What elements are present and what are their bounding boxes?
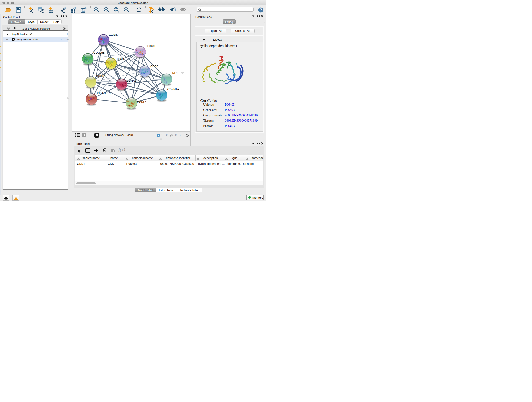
svg-text:CCNB2: CCNB2: [109, 33, 119, 36]
svg-text:?: ?: [260, 8, 262, 12]
svg-text:CCNA1: CCNA1: [146, 44, 156, 48]
svg-text:HIST1H1A: HIST1H1A: [97, 91, 111, 95]
svg-text:CDKN1A: CDKN1A: [167, 88, 179, 91]
svg-text:CCNA2: CCNA2: [127, 79, 137, 82]
svg-text:CDC25B: CDC25B: [94, 51, 105, 54]
svg-text:CDK1: CDK1: [117, 57, 125, 61]
svg-text:CCNB1: CCNB1: [96, 75, 106, 78]
svg-text:CDC6: CDC6: [150, 65, 158, 68]
svg-text:CCNE1: CCNE1: [137, 100, 147, 104]
svg-text:RB1: RB1: [172, 71, 178, 75]
